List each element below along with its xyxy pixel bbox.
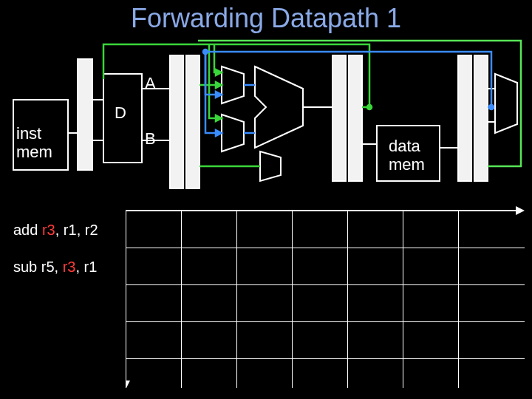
- svg-point-19: [203, 50, 208, 54]
- svg-marker-1: [222, 115, 244, 151]
- alu: [255, 66, 303, 148]
- svg-marker-17: [216, 130, 222, 136]
- svg-marker-0: [222, 66, 244, 103]
- d-port-label: D: [115, 103, 126, 122]
- pipereg-if-id: [78, 59, 92, 170]
- a-port-label: A: [145, 74, 156, 92]
- datapath-diagram: [0, 0, 532, 207]
- pipereg-ex-mem-b: [349, 55, 362, 181]
- writeback-mux: [495, 74, 517, 133]
- data-mem-label: data mem: [389, 137, 425, 174]
- instruction-sub: sub r5, r3, r1: [13, 259, 97, 276]
- pipereg-mem-wb-a: [458, 55, 471, 181]
- pipereg-id-ex-a: [170, 55, 183, 188]
- svg-marker-13: [216, 69, 222, 75]
- svg-marker-23: [516, 206, 525, 215]
- forwarding-muxes: [222, 66, 244, 151]
- svg-marker-14: [216, 115, 222, 121]
- svg-marker-15: [216, 82, 222, 88]
- inst-mem-label: inst mem: [16, 124, 52, 162]
- instruction-add: add r3, r1, r2: [13, 222, 98, 239]
- pipereg-ex-mem-a: [332, 55, 346, 181]
- svg-marker-25: [126, 381, 130, 388]
- pipereg-mem-wb-b: [474, 55, 488, 181]
- pipereg-id-ex-b: [186, 55, 200, 188]
- svg-point-12: [367, 105, 372, 109]
- mem-write-mux: [260, 151, 281, 181]
- svg-point-18: [489, 105, 494, 109]
- svg-marker-16: [216, 92, 222, 98]
- pipeline-grid: [126, 203, 525, 388]
- b-port-label: B: [145, 129, 156, 148]
